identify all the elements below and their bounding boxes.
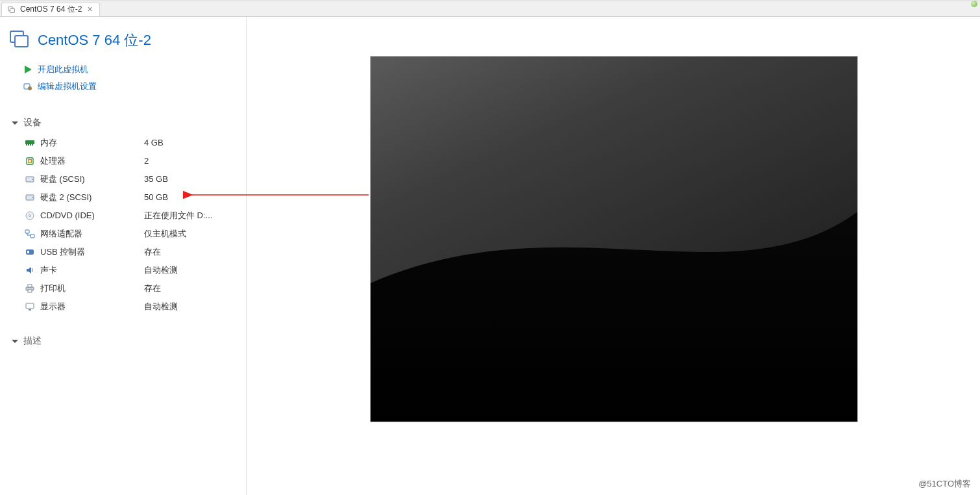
section-title: 设备 <box>23 117 42 129</box>
svg-rect-1 <box>10 8 14 12</box>
device-label: 内存 <box>40 136 144 149</box>
device-label: 硬盘 2 (SCSI) <box>40 191 144 204</box>
device-label: USB 控制器 <box>40 246 144 259</box>
svg-rect-10 <box>30 144 31 146</box>
settings-icon <box>23 82 32 91</box>
device-value: 存在 <box>144 282 161 295</box>
action-label: 开启此虚拟机 <box>38 64 88 75</box>
vm-title-icon <box>8 29 31 52</box>
device-label: 处理器 <box>40 155 144 168</box>
device-label: 硬盘 (SCSI) <box>40 173 144 186</box>
devices-section-header[interactable]: 设备 <box>6 113 237 134</box>
device-label: 声卡 <box>40 264 144 277</box>
svg-rect-25 <box>28 285 32 287</box>
sound-icon <box>25 265 35 275</box>
memory-icon <box>25 138 35 148</box>
svg-rect-28 <box>29 309 31 311</box>
action-label: 编辑虚拟机设置 <box>38 81 97 92</box>
device-value: 4 GB <box>144 136 164 149</box>
device-row[interactable]: 声卡自动检测 <box>6 261 237 279</box>
vm-screen-preview[interactable] <box>370 56 858 422</box>
device-value: 50 GB <box>144 191 168 204</box>
page-title: CentOS 7 64 位-2 <box>38 31 151 50</box>
device-row[interactable]: USB 控制器存在 <box>6 243 237 261</box>
tab-bar: CentOS 7 64 位-2 ✕ <box>0 1 980 17</box>
tab-label: CentOS 7 64 位-2 <box>20 4 82 15</box>
device-value: 正在使用文件 D:... <box>144 209 212 222</box>
device-row[interactable]: 显示器自动检测 <box>6 298 237 316</box>
right-preview-pane <box>247 17 980 495</box>
device-value: 自动检测 <box>144 300 178 313</box>
device-row[interactable]: 内存4 GB <box>6 134 237 152</box>
device-row[interactable]: 硬盘 (SCSI)35 GB <box>6 170 237 188</box>
usb-icon <box>25 247 35 257</box>
left-details-pane: CentOS 7 64 位-2 开启此虚拟机 编辑虚拟机设置 设备 内存4 GB… <box>0 17 247 495</box>
svg-rect-7 <box>25 140 34 144</box>
display-icon <box>25 301 35 312</box>
svg-rect-26 <box>28 290 32 292</box>
vm-actions: 开启此虚拟机 编辑虚拟机设置 <box>6 61 237 95</box>
network-icon <box>25 229 35 239</box>
device-value: 存在 <box>144 246 161 259</box>
svg-rect-3 <box>15 36 28 47</box>
disk-icon <box>25 174 35 184</box>
device-row[interactable]: 处理器2 <box>6 152 237 170</box>
svg-rect-20 <box>25 230 29 233</box>
svg-point-17 <box>32 197 33 198</box>
device-list: 内存4 GB处理器2硬盘 (SCSI)35 GB硬盘 2 (SCSI)50 GB… <box>6 134 237 316</box>
watermark: @51CTO博客 <box>918 478 971 490</box>
svg-point-6 <box>28 86 32 90</box>
svg-marker-4 <box>25 66 32 73</box>
edit-vm-settings-link[interactable]: 编辑虚拟机设置 <box>6 78 237 95</box>
device-row[interactable]: 打印机存在 <box>6 279 237 298</box>
svg-rect-8 <box>26 144 27 146</box>
printer-icon <box>25 283 35 294</box>
svg-rect-22 <box>26 249 34 255</box>
device-label: 打印机 <box>40 282 144 295</box>
svg-point-19 <box>29 215 31 217</box>
caret-down-icon <box>12 121 18 125</box>
caret-down-icon <box>12 340 18 343</box>
device-value: 仅主机模式 <box>144 227 186 240</box>
device-row[interactable]: CD/DVD (IDE)正在使用文件 D:... <box>6 207 237 225</box>
svg-rect-27 <box>26 303 34 309</box>
device-value: 2 <box>144 155 149 168</box>
section-title: 描述 <box>23 335 42 347</box>
status-indicator-icon <box>971 1 977 7</box>
device-value: 自动检测 <box>144 264 178 277</box>
tab-close-icon[interactable]: ✕ <box>86 5 94 14</box>
svg-rect-23 <box>27 251 29 253</box>
svg-rect-9 <box>28 144 29 146</box>
vm-title-row: CentOS 7 64 位-2 <box>6 26 237 61</box>
vm-tab[interactable]: CentOS 7 64 位-2 ✕ <box>1 3 100 16</box>
device-row[interactable]: 网络适配器仅主机模式 <box>6 225 237 243</box>
power-on-vm-link[interactable]: 开启此虚拟机 <box>6 61 237 78</box>
device-label: 网络适配器 <box>40 227 144 240</box>
device-label: CD/DVD (IDE) <box>40 209 144 222</box>
svg-rect-11 <box>32 144 33 146</box>
vm-tab-icon <box>7 5 16 14</box>
svg-point-15 <box>32 179 33 180</box>
cd-icon <box>25 210 35 221</box>
cpu-icon <box>25 156 35 166</box>
description-section-header[interactable]: 描述 <box>6 331 237 352</box>
disk-icon <box>25 192 35 203</box>
device-value: 35 GB <box>144 173 168 186</box>
device-label: 显示器 <box>40 300 144 313</box>
play-icon <box>23 65 32 74</box>
svg-rect-13 <box>29 160 32 163</box>
device-row[interactable]: 硬盘 2 (SCSI)50 GB <box>6 188 237 207</box>
